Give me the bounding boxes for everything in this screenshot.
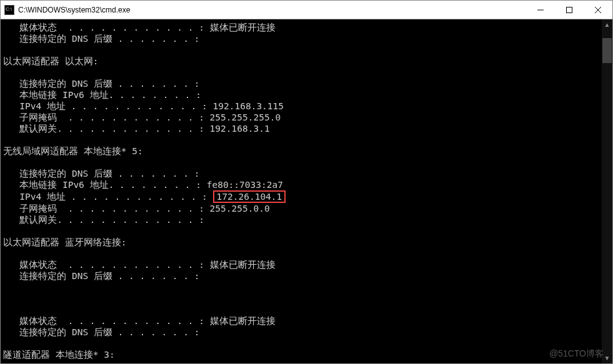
terminal-line [3, 225, 610, 237]
terminal-line: 以太网适配器 以太网: [3, 56, 610, 67]
window-buttons [526, 1, 612, 19]
terminal-output[interactable]: 媒体状态 . . . . . . . . . . . . : 媒体已断开连接 连… [1, 19, 612, 363]
terminal-line: 默认网关. . . . . . . . . . . . . : [3, 214, 610, 225]
highlighted-ip: 172.26.104.1 [213, 190, 286, 203]
titlebar[interactable]: C:\WINDOWS\system32\cmd.exe [1, 1, 612, 19]
minimize-icon [537, 7, 544, 13]
terminal-line [3, 293, 610, 304]
terminal-line [3, 44, 610, 56]
terminal-line [3, 338, 610, 349]
terminal-line [3, 282, 610, 293]
maximize-icon [566, 7, 572, 13]
scroll-thumb[interactable] [602, 38, 612, 63]
terminal-line: 默认网关. . . . . . . . . . . . . : 192.168.… [3, 123, 610, 134]
terminal-line [3, 248, 610, 259]
close-icon [595, 7, 601, 13]
terminal-line: 子网掩码 . . . . . . . . . . . . : 255.255.0… [3, 203, 610, 214]
window-title: C:\WINDOWS\system32\cmd.exe [18, 6, 526, 14]
vertical-scrollbar[interactable]: ▲ ▼ [602, 19, 612, 363]
terminal-line: 连接特定的 DNS 后缀 . . . . . . . : [3, 327, 610, 338]
svg-rect-1 [567, 7, 572, 12]
terminal-line: 媒体状态 . . . . . . . . . . . . : 媒体已断开连接 [3, 259, 610, 270]
cmd-window: C:\WINDOWS\system32\cmd.exe 媒体状态 . . . .… [0, 0, 613, 364]
terminal-line: 子网掩码 . . . . . . . . . . . . : 255.255.2… [3, 112, 610, 123]
terminal-line: 连接特定的 DNS 后缀 . . . . . . . : [3, 78, 610, 89]
terminal-line [3, 157, 610, 168]
maximize-button[interactable] [555, 1, 584, 19]
terminal-line: 媒体状态 . . . . . . . . . . . . : 媒体已断开连接 [3, 22, 610, 33]
terminal-line: 本地链接 IPv6 地址. . . . . . . . : fe80::7033… [3, 179, 610, 190]
minimize-button[interactable] [526, 1, 555, 19]
cmd-icon [4, 5, 14, 15]
terminal-line [3, 67, 610, 78]
terminal-line [3, 134, 610, 145]
terminal-line: 以太网适配器 蓝牙网络连接: [3, 237, 610, 248]
terminal-line: 无线局域网适配器 本地连接* 5: [3, 145, 610, 157]
terminal-line: 连接特定的 DNS 后缀 . . . . . . . : [3, 33, 610, 44]
terminal-line: 隧道适配器 本地连接* 3: [3, 349, 610, 360]
terminal-line: IPv4 地址 . . . . . . . . . . . . : 192.16… [3, 101, 610, 112]
terminal-line: 连接特定的 DNS 后缀 . . . . . . . : [3, 168, 610, 179]
terminal-line [3, 304, 610, 315]
terminal-line: 媒体状态 . . . . . . . . . . . . : 媒体已断开连接 [3, 315, 610, 327]
scroll-up-icon[interactable]: ▲ [602, 19, 612, 30]
close-button[interactable] [584, 1, 612, 19]
terminal-line: 本地链接 IPv6 地址. . . . . . . . : [3, 89, 610, 101]
watermark: @51CTO博客 [549, 348, 604, 360]
terminal-line: 连接特定的 DNS 后缀 . . . . . . . : [3, 270, 610, 282]
terminal-line: IPv4 地址 . . . . . . . . . . . . : 172.26… [3, 190, 610, 203]
